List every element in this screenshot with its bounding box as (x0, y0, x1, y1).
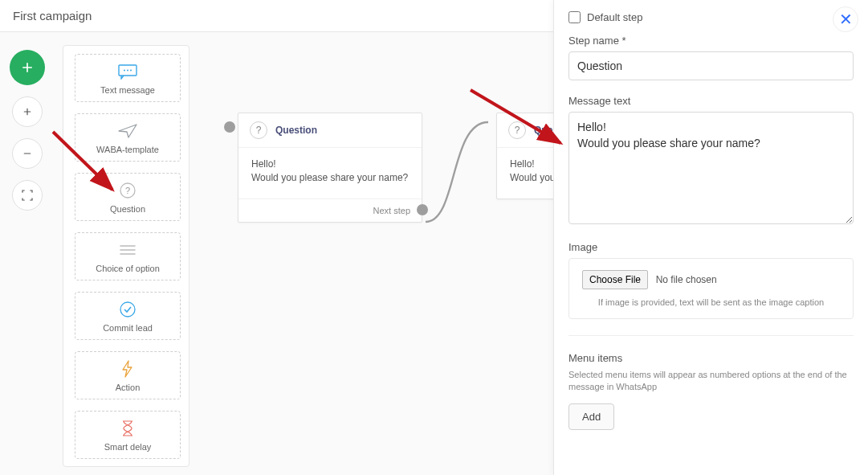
palette-item-label: Action (116, 383, 141, 392)
file-chosen-status: No file chosen (656, 274, 717, 285)
menu-items-note: Selected menu items will appear as numbe… (568, 369, 854, 394)
next-step-label: Next step (373, 206, 410, 215)
palette-item-label: Commit lead (103, 323, 153, 333)
palette-item-waba-template[interactable]: WABA-template (75, 113, 181, 162)
fit-view-button[interactable] (12, 180, 43, 211)
step-palette[interactable]: Text message WABA-template ? Question Ch… (63, 46, 189, 466)
image-caption-note: If image is provided, text will be sent … (582, 297, 840, 307)
node-body: Hello! Would you please share your name? (238, 147, 422, 199)
check-icon (116, 301, 139, 318)
choose-file-button[interactable]: Choose File (582, 270, 648, 289)
palette-item-text-message[interactable]: Text message (75, 54, 181, 102)
question-icon: ? (250, 121, 267, 139)
message-text-input[interactable] (568, 112, 854, 224)
step-editor-panel: ✕ Default step Step name * Message text … (553, 0, 868, 475)
divider (568, 335, 854, 336)
close-panel-button[interactable]: ✕ (833, 6, 858, 32)
fullscreen-icon (20, 188, 35, 203)
node-output-handle[interactable] (417, 204, 428, 215)
list-icon (116, 241, 139, 259)
palette-item-action[interactable]: Action (75, 351, 181, 399)
svg-point-2 (127, 70, 128, 72)
menu-items-label: Menu items (568, 352, 854, 364)
image-section-label: Image (568, 241, 854, 253)
step-name-label: Step name * (568, 35, 854, 47)
svg-text:?: ? (125, 186, 130, 195)
default-step-checkbox[interactable] (568, 11, 581, 23)
message-icon (116, 63, 139, 80)
default-step-label: Default step (587, 11, 642, 23)
palette-item-smart-delay[interactable]: Smart delay (75, 411, 181, 459)
node-body-line: Hello! (251, 158, 409, 171)
message-text-label: Message text (568, 95, 854, 107)
svg-point-1 (124, 70, 125, 72)
minus-icon (20, 146, 35, 161)
node-body-line: Would you please share your name? (251, 171, 409, 185)
question-icon: ? (116, 182, 139, 199)
plus-icon (20, 104, 35, 119)
bolt-icon (116, 360, 139, 378)
step-name-input[interactable] (568, 51, 854, 80)
zoom-in-button[interactable] (12, 96, 43, 127)
palette-item-label: Choice of option (96, 264, 160, 273)
add-step-button[interactable] (10, 50, 45, 85)
close-icon: ✕ (839, 10, 853, 29)
plus-icon (20, 60, 35, 75)
palette-item-choice-of-option[interactable]: Choice of option (75, 232, 181, 280)
question-icon: ? (508, 121, 526, 139)
node-title: Question (275, 125, 317, 136)
add-menu-item-button[interactable]: Add (568, 403, 614, 430)
plane-icon (116, 122, 139, 140)
flow-node-question-1[interactable]: ? Question Hello! Would you please share… (238, 113, 422, 223)
svg-point-3 (130, 70, 132, 72)
palette-item-commit-lead[interactable]: Commit lead (75, 292, 181, 340)
zoom-out-button[interactable] (12, 138, 43, 169)
palette-item-label: WABA-template (96, 145, 159, 154)
svg-point-6 (120, 302, 135, 317)
page-title: First campaign (13, 9, 92, 23)
hourglass-icon (116, 420, 139, 437)
palette-item-label: Question (110, 204, 145, 214)
palette-item-question[interactable]: ? Question (75, 173, 181, 221)
palette-item-label: Text message (100, 85, 155, 95)
node-input-handle[interactable] (224, 121, 235, 133)
palette-item-label: Smart delay (104, 442, 152, 452)
